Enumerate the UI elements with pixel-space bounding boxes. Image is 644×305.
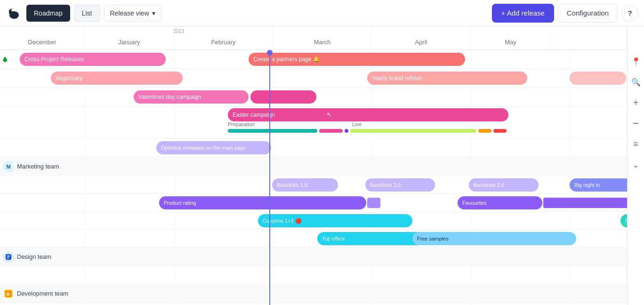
yearly-brand-bar[interactable]: Yearly brand refresh <box>367 72 527 85</box>
backlinks-1-bar[interactable]: Backlinks 1.0 <box>272 178 338 192</box>
development-content-row: Optimize metadata on the main page Creat… <box>0 303 627 305</box>
release-view-button[interactable]: Release view ▾ <box>104 5 161 22</box>
dev-avatar-icon: ⚙ <box>4 289 13 298</box>
optimize-bar[interactable]: Optimize metadata on the main page <box>156 141 271 154</box>
svg-text:⚙: ⚙ <box>6 292 9 297</box>
mini-bar-purple <box>345 129 348 133</box>
design-team-name: Design team <box>17 253 51 260</box>
valentines-bar2[interactable] <box>250 90 316 104</box>
development-team-row: ⚙ Development team <box>0 284 627 303</box>
big-night-bar[interactable]: Big night in <box>570 178 627 192</box>
month-january: January <box>85 26 174 49</box>
product-rating-end <box>367 198 380 208</box>
months-header: 2021 December January February March Apr… <box>0 26 627 50</box>
cross-project-row: 🌲 Cross-Project Releases Create a partne… <box>0 50 627 69</box>
month-december: December <box>0 26 85 49</box>
backlinks-3-bar[interactable]: Backlinks 3.0 <box>469 178 539 192</box>
dev-avatar: ⚙ <box>3 288 14 299</box>
product-rating-row: Product rating Favourites <box>0 194 627 212</box>
mini-bar-pink <box>319 129 343 133</box>
configuration-button[interactable]: Configuration <box>558 4 618 23</box>
marketing-avatar: M <box>3 161 14 172</box>
today-dot <box>267 50 273 56</box>
month-may: May <box>471 26 551 49</box>
tree-icon: 🌲 <box>2 56 8 62</box>
svg-rect-4 <box>7 257 9 258</box>
cursor-icon: ↖ <box>327 111 332 118</box>
favourites-ext <box>543 198 627 208</box>
add-release-button[interactable]: + Add release <box>492 4 554 23</box>
clever-bar[interactable]: Clever r <box>620 214 627 227</box>
svg-point-1 <box>11 9 13 11</box>
backlinks-row: Backlinks 1.0 Backlinks 2.0 Backlinks 3.… <box>0 176 627 194</box>
product-rating-bar[interactable]: Product rating <box>159 196 366 209</box>
chevron-down-icon: ▾ <box>152 9 155 17</box>
offers-row: Top offers Free samples <box>0 230 627 248</box>
year-label: 2021 <box>173 28 185 34</box>
design-content-row <box>0 266 627 284</box>
right-sidebar: 📍 🔍 + − ≡ ⌄ <box>627 26 644 305</box>
today-line <box>269 56 270 305</box>
roadmap-tab[interactable]: Roadmap <box>26 5 70 22</box>
yearly-brand-bar-ext[interactable] <box>570 72 626 85</box>
mini-bar-lime <box>350 129 476 133</box>
zoom-in-icon[interactable]: + <box>629 96 643 109</box>
preparation-label: Preparation <box>228 121 255 127</box>
valentines-row: Valentines day campaign <box>0 88 627 106</box>
mini-bar-amber <box>478 129 491 133</box>
favourites-bar[interactable]: Favourites <box>458 196 542 209</box>
expand-icon[interactable]: ⌄ <box>629 158 643 171</box>
easter-row: Easter campaign ↖ Preparation Live <box>0 106 627 138</box>
filter-icon[interactable]: ≡ <box>629 137 643 151</box>
month-february: February <box>174 26 273 49</box>
main-area: 2021 December January February March Apr… <box>0 26 644 305</box>
marketing-team-row: M Marketing team <box>0 157 627 176</box>
gantt-area: 🌲 Cross-Project Releases Create a partne… <box>0 50 627 305</box>
backlinks-2-bar[interactable]: Backlinks 2.0 <box>365 178 435 192</box>
valentines-bar[interactable]: Valentines day campaign <box>134 90 249 104</box>
cross-project-bar[interactable]: Cross-Project Releases <box>20 53 166 66</box>
design-team-row: Design team <box>0 248 627 266</box>
free-samples-bar[interactable]: Free samples <box>412 232 576 245</box>
marketing-team-name: Marketing team <box>17 163 59 170</box>
month-march: March <box>273 26 372 49</box>
coupons-row: Coupons 1+1 🔴 Clever r <box>0 212 627 230</box>
list-tab[interactable]: List <box>74 5 100 22</box>
svg-rect-3 <box>7 256 10 257</box>
month-april: April <box>372 26 471 49</box>
location-icon[interactable]: 📍 <box>629 55 643 68</box>
logo-icon <box>6 5 23 22</box>
timeline: 2021 December January February March Apr… <box>0 26 627 305</box>
veganuary-row: Veganuary Yearly brand refresh <box>0 69 627 88</box>
svg-rect-2 <box>6 254 11 260</box>
development-team-name: Development team <box>17 290 68 297</box>
help-button[interactable]: ? <box>621 5 638 22</box>
create-partners-bar[interactable]: Create a partners page 🔔 <box>249 53 465 66</box>
optimize-row: Optimize metadata on the main page <box>0 138 627 157</box>
mini-bar-teal <box>228 129 317 133</box>
live-label: Live <box>352 121 362 127</box>
design-avatar-icon <box>5 253 12 261</box>
veganuary-bar[interactable]: Veganuary <box>51 72 183 85</box>
search-icon[interactable]: 🔍 <box>629 75 643 88</box>
topbar: Roadmap List Release view ▾ + Add releas… <box>0 0 644 26</box>
zoom-out-icon[interactable]: − <box>629 117 643 130</box>
mini-bar-red <box>493 129 507 133</box>
coupons-bar[interactable]: Coupons 1+1 🔴 <box>258 214 412 227</box>
design-avatar <box>3 251 14 263</box>
